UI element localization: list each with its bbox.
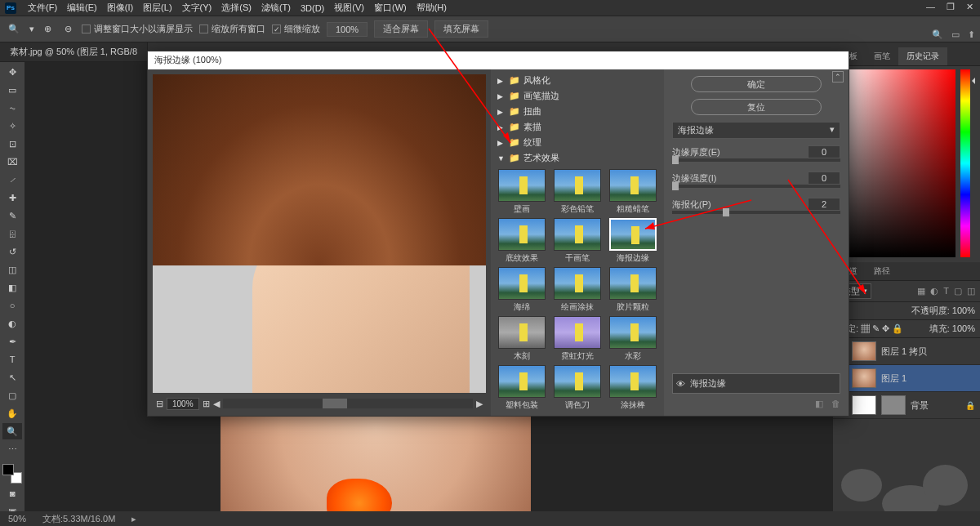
zoom-tool-icon[interactable]: 🔍 xyxy=(5,22,23,36)
preview-zoom-value[interactable]: 100% xyxy=(167,398,199,410)
magic-wand-tool[interactable]: ✧ xyxy=(2,118,22,134)
menu-type[interactable]: 文字(Y) xyxy=(177,0,217,16)
collapse-icon[interactable]: ⌃ xyxy=(832,71,844,82)
tab-history[interactable]: 历史记录 xyxy=(898,47,947,65)
minimize-icon[interactable]: — xyxy=(926,2,935,12)
fit-all-option[interactable]: 缩放所有窗口 xyxy=(199,23,265,35)
zoom-in-icon[interactable]: ⊕ xyxy=(41,22,55,36)
crop-tool[interactable]: ⊡ xyxy=(2,136,22,152)
document-tab[interactable]: 素材.jpg @ 50% (图层 1, RGB/8 xyxy=(0,42,148,61)
edge-thickness-input[interactable]: 0 xyxy=(808,145,840,158)
fit-screen-button[interactable]: 适合屏幕 xyxy=(374,20,428,38)
filter-image-icon[interactable]: ▦ xyxy=(917,286,925,296)
path-tool[interactable]: ↖ xyxy=(2,369,22,386)
posterize-slider[interactable] xyxy=(672,211,840,214)
menu-select[interactable]: 选择(S) xyxy=(216,0,256,16)
zoom-in-icon[interactable]: ⊞ xyxy=(203,399,210,409)
edge-thickness-slider[interactable] xyxy=(672,158,840,162)
move-tool[interactable]: ✥ xyxy=(2,64,22,80)
layer-item-1[interactable]: 👁 图层 1 xyxy=(833,365,980,392)
quick-mask[interactable]: ◙ xyxy=(2,485,22,501)
ok-button[interactable]: 确定 xyxy=(691,76,822,92)
history-brush-tool[interactable]: ↺ xyxy=(2,243,22,260)
filter-smart-icon[interactable]: ◫ xyxy=(967,286,975,296)
layer-item-background[interactable]: 👁 背景 🔒 xyxy=(833,392,980,419)
category-sketch[interactable]: 📁素描 xyxy=(494,119,661,135)
thumb-sponge[interactable]: 海绵 xyxy=(496,267,548,313)
zoom-out-icon[interactable]: ⊖ xyxy=(61,22,75,36)
lasso-tool[interactable]: ⏦ xyxy=(2,100,22,116)
tab-paths[interactable]: 路径 xyxy=(866,262,898,280)
zoom-tool[interactable]: 🔍 xyxy=(2,423,22,439)
zoom-100-button[interactable]: 100% xyxy=(327,22,368,37)
thumb-fresco[interactable]: 壁画 xyxy=(496,169,548,215)
filter-dropdown[interactable]: 海报边缘▾ xyxy=(672,122,840,139)
applied-filter-item[interactable]: 👁 海报边缘 xyxy=(672,373,840,394)
thumb-film-grain[interactable]: 胶片颗粒 xyxy=(607,267,659,313)
workspace-icon[interactable]: ▭ xyxy=(951,29,960,40)
category-texture[interactable]: 📁纹理 xyxy=(494,135,661,150)
preview-scrollbar[interactable] xyxy=(223,399,473,408)
foreground-color[interactable] xyxy=(2,464,14,475)
eraser-tool[interactable]: ◫ xyxy=(2,261,22,278)
maximize-icon[interactable]: ❐ xyxy=(947,2,955,12)
thumb-smudge-stick[interactable]: 绘画涂抹 xyxy=(551,267,604,313)
resize-window-option[interactable]: 调整窗口大小以满屏显示 xyxy=(82,23,193,35)
marquee-tool[interactable]: ▭ xyxy=(2,82,22,98)
color-picker-panel[interactable] xyxy=(833,66,980,262)
hue-slider[interactable] xyxy=(960,69,970,257)
category-artistic[interactable]: 📁艺术效果 xyxy=(494,150,661,166)
healing-tool[interactable]: ✚ xyxy=(2,189,22,206)
frame-tool[interactable]: ⌧ xyxy=(2,154,22,170)
thumb-neon-glow[interactable]: 霓虹灯光 xyxy=(551,316,604,362)
filter-adjust-icon[interactable]: ◐ xyxy=(930,286,938,296)
edit-toolbar[interactable]: ⋯ xyxy=(2,441,22,457)
scroll-right-icon[interactable]: ▶ xyxy=(476,399,483,409)
color-field[interactable] xyxy=(838,69,956,257)
stamp-tool[interactable]: ⌹ xyxy=(2,225,22,242)
hand-tool[interactable]: ✋ xyxy=(2,405,22,421)
thumb-poster-edges[interactable]: 海报边缘 xyxy=(607,218,659,264)
status-zoom[interactable]: 50% xyxy=(8,514,26,524)
type-tool[interactable]: T xyxy=(2,351,22,368)
menu-layer[interactable]: 图层(L) xyxy=(138,0,176,16)
thumb-colored-pencil[interactable]: 彩色铅笔 xyxy=(551,169,604,215)
menu-3d[interactable]: 3D(D) xyxy=(296,2,329,15)
menu-view[interactable]: 视图(V) xyxy=(329,0,369,16)
layer-thumbnail[interactable] xyxy=(852,368,876,388)
close-icon[interactable]: ✕ xyxy=(966,2,973,12)
blur-tool[interactable]: ○ xyxy=(2,297,22,314)
edge-intensity-slider[interactable] xyxy=(672,185,840,188)
layer-item-copy[interactable]: 👁 图层 1 拷贝 xyxy=(833,338,980,365)
tab-brushes[interactable]: 画笔 xyxy=(866,47,898,65)
menu-help[interactable]: 帮助(H) xyxy=(412,0,452,16)
menu-filter[interactable]: 滤镜(T) xyxy=(256,0,296,16)
thumb-underpainting[interactable]: 底纹效果 xyxy=(496,218,548,264)
menu-window[interactable]: 窗口(W) xyxy=(369,0,412,16)
gradient-tool[interactable]: ◧ xyxy=(2,279,22,296)
opacity-input[interactable]: 100% xyxy=(952,305,975,315)
filter-shape-icon[interactable]: ▢ xyxy=(954,286,962,296)
scroll-left-icon[interactable]: ◀ xyxy=(213,399,220,409)
layer-thumbnail[interactable] xyxy=(852,341,876,361)
color-swatches[interactable] xyxy=(2,464,22,484)
share-icon[interactable]: ⬆ xyxy=(968,29,975,40)
category-distort[interactable]: 📁扭曲 xyxy=(494,104,661,119)
chevron-right-icon[interactable]: ▸ xyxy=(131,514,136,524)
thumb-palette-knife[interactable]: 调色刀 xyxy=(551,365,604,411)
category-brush-strokes[interactable]: 📁画笔描边 xyxy=(494,88,661,104)
posterize-input[interactable]: 2 xyxy=(808,198,840,211)
thumb-smudge[interactable]: 涂抹棒 xyxy=(607,365,659,411)
shape-tool[interactable]: ▢ xyxy=(2,387,22,403)
lock-icons[interactable]: ▦ ✎ ✥ 🔒 xyxy=(861,323,903,333)
reset-button[interactable]: 复位 xyxy=(691,99,822,115)
category-stylize[interactable]: 📁风格化 xyxy=(494,73,661,88)
filter-preview-image[interactable] xyxy=(153,74,486,393)
menu-edit[interactable]: 编辑(E) xyxy=(62,0,102,16)
brush-tool[interactable]: ✎ xyxy=(2,207,22,224)
thumb-cutout[interactable]: 木刻 xyxy=(496,316,548,362)
thumb-rough-pastels[interactable]: 粗糙蜡笔 xyxy=(607,169,659,215)
thumb-plastic-wrap[interactable]: 塑料包装 xyxy=(496,365,548,411)
eye-icon[interactable]: 👁 xyxy=(676,379,685,389)
fill-input[interactable]: 100% xyxy=(952,323,975,333)
